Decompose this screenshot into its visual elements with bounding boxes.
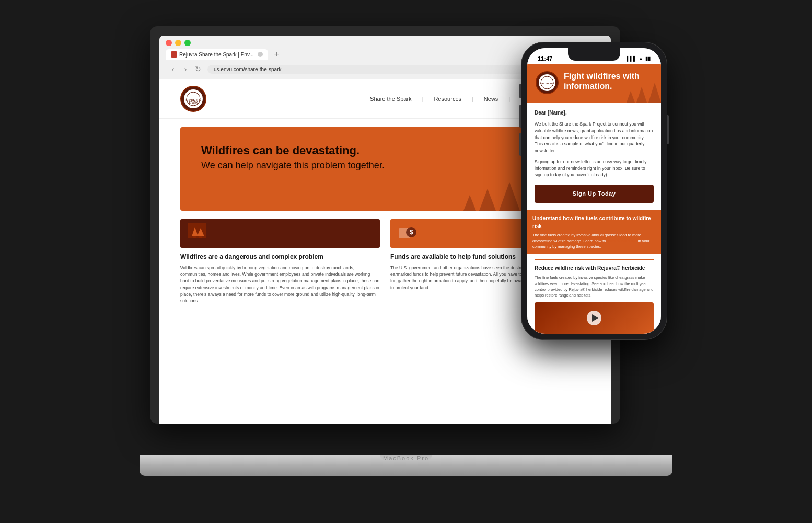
nav-share-the-spark[interactable]: Share the Spark <box>370 96 412 102</box>
signal-icon: ▌▌▌ <box>627 56 636 61</box>
nav-resources[interactable]: Resources <box>434 96 461 102</box>
phone-section1-body: The fine fuels created by invasive annua… <box>532 232 656 250</box>
phone-content: SHARE THE SPARK Fight wildfires with inf… <box>527 64 661 334</box>
phone-body-content: Dear [Name], We built the Share the Spar… <box>527 103 661 334</box>
iphone-power-button <box>667 115 669 144</box>
phone-section2-body: The fine fuels created by invasive speci… <box>535 275 654 298</box>
site-logo[interactable]: SHARE THE SPARK <box>180 86 206 112</box>
minimize-button[interactable] <box>175 40 181 46</box>
hero-text: Wildfires can be devastating. We can hel… <box>201 144 410 172</box>
iphone-notch <box>568 48 620 61</box>
tab-favicon <box>171 51 177 58</box>
phone-section2-title: Reduce wildfire risk with Rejuvra® herbi… <box>535 264 654 272</box>
phone-logo-inner: SHARE THE SPARK <box>539 74 555 91</box>
iphone-time: 11:47 <box>538 55 552 62</box>
macbook-device: Rejuvra Share the Spark | Env... + ‹ › ↻ <box>150 26 662 497</box>
svg-text:SHARE THE SPARK: SHARE THE SPARK <box>540 82 554 85</box>
svg-text:SPARK: SPARK <box>189 101 198 104</box>
tab-close-icon[interactable] <box>258 52 263 57</box>
svg-rect-7 <box>199 236 202 238</box>
phone-section1-title: Understand how fine fuels contribute to … <box>532 214 656 230</box>
play-icon <box>592 314 598 322</box>
iphone-body: 11:47 ▌▌▌ ▲ ▮▮ <box>521 42 667 340</box>
phone-para1: We built the Share the Spark Project to … <box>535 121 654 154</box>
iphone-status-icons: ▌▌▌ ▲ ▮▮ <box>627 56 651 61</box>
battery-icon: ▮▮ <box>645 56 651 61</box>
phone-logo: SHARE THE SPARK <box>536 71 559 94</box>
phone-tree-2 <box>636 87 647 103</box>
card-left-image <box>180 219 380 248</box>
forward-button[interactable]: › <box>180 64 191 74</box>
active-tab[interactable]: Rejuvra Share the Spark | Env... <box>166 49 268 60</box>
tree-icon-large <box>499 182 520 211</box>
phone-section2: Reduce wildfire risk with Rejuvra® herbi… <box>535 259 654 334</box>
lower-wildfire-risk-link[interactable]: lower wildfire risk <box>607 238 637 243</box>
fullscreen-button[interactable] <box>184 40 191 46</box>
iphone-device: 11:47 ▌▌▌ ▲ ▮▮ <box>521 42 678 513</box>
new-tab-button[interactable]: + <box>271 49 282 60</box>
card-left-body: Wildfires are a dangerous and complex pr… <box>180 248 380 310</box>
hero-title: Wildfires can be devastating. <box>201 144 410 157</box>
refresh-button[interactable]: ↻ <box>193 64 203 74</box>
card-wildfires: Wildfires are a dangerous and complex pr… <box>180 219 380 310</box>
phone-video-thumbnail[interactable] <box>535 302 654 334</box>
logo-inner: SHARE THE SPARK <box>184 89 203 108</box>
card-left-text: Wildfires can spread quickly by burning … <box>180 265 380 305</box>
card-right-icon: $ <box>397 222 417 245</box>
iphone-volume-down-button <box>519 133 521 156</box>
tree-icon-medium <box>479 189 496 211</box>
phone-hero-section: SHARE THE SPARK Fight wildfires with inf… <box>527 64 661 103</box>
card-left-title: Wildfires are a dangerous and complex pr… <box>180 253 380 262</box>
nav-news[interactable]: News <box>484 96 498 102</box>
back-button[interactable]: ‹ <box>168 64 178 74</box>
phone-para2: Signing up for our newsletter is an easy… <box>535 158 654 178</box>
url-input[interactable] <box>207 65 569 74</box>
phone-tree-1 <box>627 91 635 103</box>
hero-subtitle: We can help navigate this problem togeth… <box>201 160 410 172</box>
iphone-screen: 11:47 ▌▌▌ ▲ ▮▮ <box>527 48 661 334</box>
phone-tree-3 <box>648 83 661 103</box>
svg-rect-6 <box>193 236 196 238</box>
phone-greeting: Dear [Name], <box>535 109 654 117</box>
phone-section1: Understand how fine fuels contribute to … <box>527 210 661 254</box>
tab-title: Rejuvra Share the Spark | Env... <box>179 52 253 58</box>
card-left-icon <box>187 222 207 245</box>
iphone-volume-up-button <box>519 105 521 128</box>
nav-arrows: ‹ › ↻ <box>168 64 203 74</box>
svg-text:$: $ <box>410 229 413 236</box>
play-button[interactable] <box>587 311 601 325</box>
signup-button[interactable]: Sign Up Today <box>535 185 654 203</box>
close-button[interactable] <box>166 40 172 46</box>
iphone-silent-button <box>519 84 521 98</box>
tree-icon-small <box>463 195 476 211</box>
phone-hero-deco <box>627 83 661 103</box>
wifi-icon: ▲ <box>639 56 643 61</box>
